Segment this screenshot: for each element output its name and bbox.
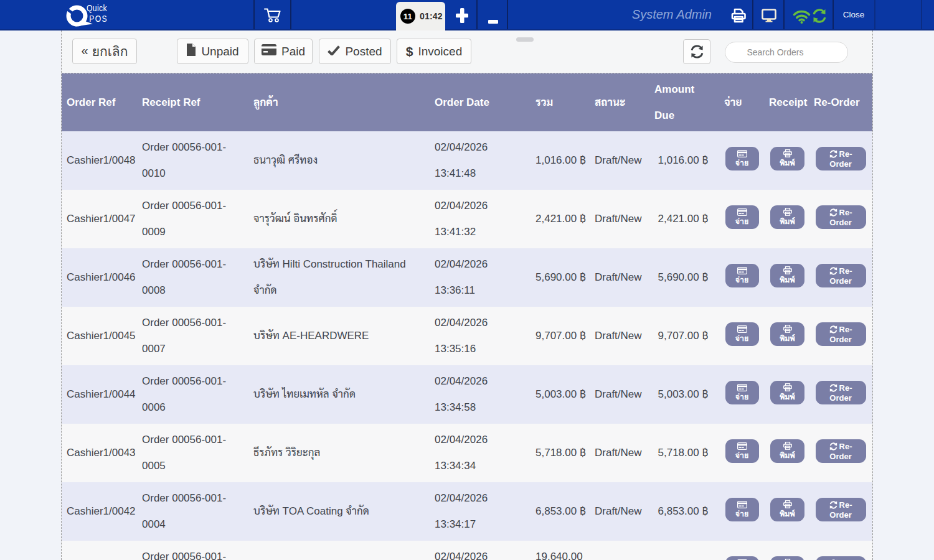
order-row[interactable]: Cashier1/0048 Order 00056-001-0010 ธนาวุ… — [62, 131, 872, 190]
order-row[interactable]: Cashier1/0047 Order 00056-001-0009 จารุว… — [62, 190, 872, 248]
cell-status: Draft/New — [588, 482, 648, 541]
pay-button[interactable]: จ่าย — [725, 556, 759, 560]
monitor-icon[interactable] — [762, 9, 776, 25]
cell-total: 5,003.00 ฿ — [529, 365, 588, 424]
cell-total: 6,853.00 ฿ — [529, 482, 588, 541]
pay-button[interactable]: จ่าย — [725, 322, 759, 346]
cell-total: 5,690.00 ฿ — [529, 248, 588, 307]
cell-total: 19,640.00 ฿ — [529, 541, 588, 560]
cell-amount-due: 5,718.00 ฿ — [648, 424, 718, 482]
col-header-amount-due[interactable]: Amount Due — [648, 73, 718, 131]
reorder-button[interactable]: Re-Order — [816, 498, 866, 521]
col-header-status[interactable]: สถานะ — [588, 73, 648, 131]
brand-line1: Quick — [87, 4, 108, 13]
session-tab[interactable]: 11 01:42 — [396, 2, 445, 30]
cancel-button[interactable]: « ยกเลิก — [72, 39, 137, 64]
filter-posted-button[interactable]: Posted — [319, 39, 391, 64]
search-orders-input[interactable] — [725, 42, 848, 63]
filter-unpaid-button[interactable]: Unpaid — [177, 39, 248, 64]
cell-order-ref: Cashier1/0047 — [62, 190, 136, 248]
reorder-button[interactable]: Re-Order — [816, 322, 866, 346]
print-receipt-button[interactable]: พิมพ์ — [770, 498, 804, 521]
order-row[interactable]: Cashier1/0045 Order 00056-001-0007 บริษั… — [62, 307, 872, 365]
col-header-total[interactable]: รวม — [529, 73, 588, 131]
add-tab-icon[interactable] — [456, 8, 468, 26]
pay-button[interactable]: จ่าย — [725, 205, 759, 229]
cell-status: Draft/New — [588, 541, 648, 560]
cell-pay: จ่าย — [718, 307, 763, 365]
pay-button[interactable]: จ่าย — [725, 264, 759, 287]
print-receipt-button[interactable]: พิมพ์ — [770, 322, 804, 346]
col-header-reorder[interactable]: Re-Order — [808, 73, 872, 131]
reorder-button[interactable]: Re-Order — [816, 556, 866, 560]
credit-card-icon — [737, 501, 747, 508]
col-header-pay[interactable]: จ่าย — [718, 73, 763, 131]
refresh-icon — [829, 442, 837, 450]
navbar-separator — [253, 0, 255, 29]
cell-total: 2,421.00 ฿ — [529, 190, 588, 248]
printer-icon — [783, 500, 792, 508]
cell-status: Draft/New — [588, 131, 648, 190]
col-header-order-ref[interactable]: Order Ref — [62, 73, 136, 131]
refresh-orders-button[interactable] — [683, 39, 710, 64]
reorder-button[interactable]: Re-Order — [816, 439, 866, 463]
filter-invoiced-button[interactable]: $ Invoiced — [397, 39, 471, 64]
navbar-separator — [290, 0, 291, 29]
pay-button[interactable]: จ่าย — [725, 381, 759, 404]
session-timer: 01:42 — [420, 11, 443, 21]
credit-card-icon — [262, 44, 276, 58]
printer-icon — [783, 325, 792, 333]
print-receipt-button[interactable]: พิมพ์ — [770, 147, 804, 170]
order-row[interactable]: Cashier1/0041 Order 00056-001-0003 02/04… — [62, 541, 872, 560]
pay-button-label: จ่าย — [735, 159, 749, 167]
reorder-button[interactable]: Re-Order — [816, 147, 866, 170]
refresh-icon — [829, 208, 837, 217]
reorder-button[interactable]: Re-Order — [816, 381, 866, 404]
pay-button[interactable]: จ่าย — [725, 439, 759, 463]
print-button-label: พิมพ์ — [780, 218, 795, 226]
order-row[interactable]: Cashier1/0044 Order 00056-001-0006 บริษั… — [62, 365, 872, 424]
order-row[interactable]: Cashier1/0043 Order 00056-001-0005 ธีรภั… — [62, 424, 872, 482]
cell-order-date: 02/04/2026 13:34:34 — [427, 424, 529, 482]
col-header-receipt-ref[interactable]: Receipt Ref — [136, 73, 247, 131]
printer-icon — [783, 266, 792, 274]
cell-amount-due: 6,853.00 ฿ — [648, 482, 718, 541]
cell-receipt-ref: Order 00056-001-0006 — [136, 365, 247, 424]
cell-status: Draft/New — [588, 307, 648, 365]
print-receipt-button[interactable]: พิมพ์ — [770, 556, 804, 560]
print-button-label: พิมพ์ — [780, 510, 795, 518]
print-button-label: พิมพ์ — [780, 276, 795, 284]
filter-paid-button[interactable]: Paid — [254, 39, 313, 64]
credit-card-icon — [737, 267, 747, 274]
order-row[interactable]: Cashier1/0042 Order 00056-001-0004 บริษั… — [62, 482, 872, 541]
pay-button-label: จ่าย — [735, 510, 749, 518]
print-receipt-button[interactable]: พิมพ์ — [770, 264, 804, 287]
cart-icon[interactable] — [263, 7, 282, 26]
reorder-button[interactable]: Re-Order — [816, 264, 866, 287]
cell-reorder: Re-Order — [808, 131, 872, 190]
print-receipt-button[interactable]: พิมพ์ — [770, 205, 804, 229]
reorder-button[interactable]: Re-Order — [816, 205, 866, 229]
print-receipt-button[interactable]: พิมพ์ — [770, 439, 804, 463]
cell-customer: บริษัท Hilti Construction Thailand จำกัด — [247, 248, 427, 307]
col-header-order-date[interactable]: Order Date — [427, 73, 529, 131]
brand-line2: POS — [89, 14, 108, 24]
cell-order-ref: Cashier1/0045 — [62, 307, 136, 365]
cell-pay: จ่าย — [718, 424, 763, 482]
col-header-customer[interactable]: ลูกค้า — [247, 73, 427, 131]
close-button[interactable]: Close — [840, 0, 867, 29]
print-icon[interactable] — [730, 8, 747, 26]
print-receipt-button[interactable]: พิมพ์ — [770, 381, 804, 404]
cell-customer: บริษัท AE-HEARDWERE — [247, 307, 427, 365]
pay-button[interactable]: จ่าย — [725, 498, 759, 521]
cell-customer: ธนาวุฒิ ศรีทอง — [247, 131, 427, 190]
print-button-label: พิมพ์ — [780, 335, 795, 343]
cell-order-ref: Cashier1/0042 — [62, 482, 136, 541]
order-row[interactable]: Cashier1/0046 Order 00056-001-0008 บริษั… — [62, 248, 872, 307]
printer-icon — [783, 442, 792, 450]
remove-tab-icon[interactable] — [488, 15, 498, 26]
col-header-receipt[interactable]: Receipt — [763, 73, 808, 131]
cell-receipt: พิมพ์ — [763, 190, 808, 248]
credit-card-icon — [737, 384, 747, 391]
pay-button[interactable]: จ่าย — [725, 147, 759, 170]
